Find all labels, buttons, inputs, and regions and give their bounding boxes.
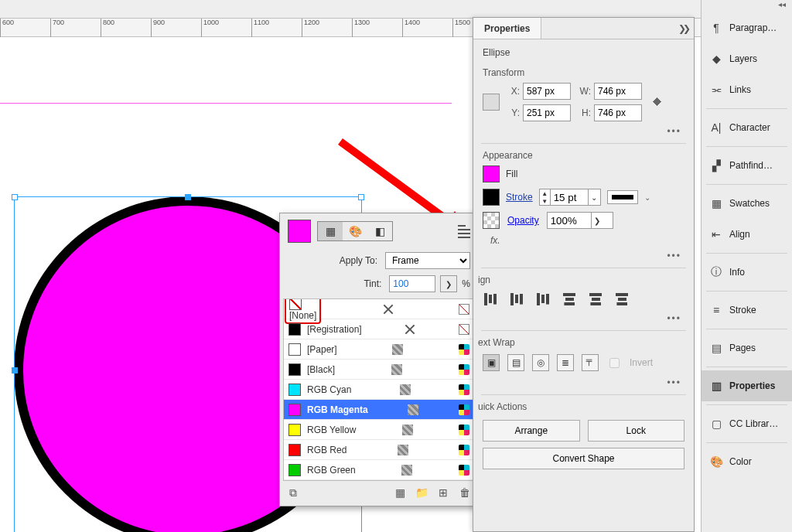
convert-shape-button[interactable]: Convert Shape bbox=[483, 448, 684, 469]
dock-item-swatches[interactable]: ▦Swatches bbox=[702, 188, 792, 219]
swatch-type-icon bbox=[402, 425, 413, 435]
wrap-around-box-icon[interactable]: ▤ bbox=[507, 354, 524, 371]
collapse-panel-icon[interactable]: ❯❯ bbox=[678, 23, 688, 34]
stroke-style-dropdown[interactable] bbox=[607, 190, 638, 204]
opacity-input[interactable]: ❯ bbox=[547, 212, 613, 229]
swatch-type-icon bbox=[398, 445, 408, 455]
dock-item-pathfind[interactable]: ▞Pathfind… bbox=[702, 150, 792, 181]
y-input[interactable] bbox=[523, 104, 571, 121]
arrange-button[interactable]: Arrange bbox=[483, 420, 580, 442]
chevron-down-icon[interactable]: ⌄ bbox=[588, 189, 600, 205]
palette-mode-icon[interactable]: 🎨 bbox=[343, 222, 367, 240]
stroke-weight-stepper[interactable]: ▲▼ ⌄ bbox=[539, 189, 601, 206]
swatch-chip bbox=[288, 343, 301, 356]
swatch-grid-view-icon[interactable]: ▦ bbox=[393, 486, 407, 500]
object-type-label: Ellipse bbox=[473, 39, 694, 61]
stroke-swatch[interactable] bbox=[483, 189, 500, 206]
swatch-item-paper[interactable]: [Paper] bbox=[284, 339, 474, 360]
align-top-icon[interactable] bbox=[562, 292, 577, 307]
grid-mode-icon[interactable]: ▦ bbox=[318, 222, 343, 240]
more-options-icon[interactable]: ••• bbox=[473, 312, 694, 330]
more-options-icon[interactable]: ••• bbox=[473, 249, 694, 268]
dock-item-label: CC Librar… bbox=[729, 418, 778, 429]
swatch-chip bbox=[288, 464, 301, 476]
align-bottom-icon[interactable] bbox=[614, 292, 630, 307]
swatch-label: [Black] bbox=[307, 364, 335, 375]
dock-item-stroke[interactable]: ≡Stroke bbox=[702, 295, 792, 326]
stroke-label-link[interactable]: Stroke bbox=[506, 192, 533, 203]
swatch-item-magenta[interactable]: RGB Magenta bbox=[284, 400, 474, 420]
reference-point-grid[interactable] bbox=[483, 94, 500, 111]
dock-item-links[interactable]: ⫘Links bbox=[702, 74, 792, 105]
folder-icon[interactable]: 📁 bbox=[415, 486, 428, 500]
dock-item-align[interactable]: ⇤Align bbox=[702, 219, 792, 250]
wrap-around-shape-icon[interactable]: ◎ bbox=[532, 354, 549, 371]
swatch-chip bbox=[288, 323, 301, 336]
new-swatch-from-icon[interactable]: ⧉ bbox=[286, 486, 300, 500]
wrap-jump-column-icon[interactable]: 〒 bbox=[582, 354, 599, 371]
gradient-mode-icon[interactable]: ◧ bbox=[367, 222, 392, 240]
panel-icon: ¶ bbox=[709, 21, 723, 35]
tint-stepper-icon[interactable]: ❯ bbox=[440, 275, 457, 292]
swatch-item-none[interactable]: [None] bbox=[284, 299, 474, 319]
align-vcenter-icon[interactable] bbox=[588, 292, 603, 307]
dock-collapse-icon[interactable]: ◂◂ bbox=[702, 0, 792, 12]
apply-to-select[interactable]: Frame bbox=[385, 252, 470, 269]
swatch-item-red[interactable]: RGB Red bbox=[284, 440, 474, 460]
new-swatch-icon[interactable]: ⊞ bbox=[436, 486, 450, 500]
dock-item-layers[interactable]: ◆Layers bbox=[702, 43, 792, 74]
align-hcenter-icon[interactable] bbox=[509, 292, 524, 307]
w-input[interactable] bbox=[594, 83, 642, 100]
color-mode-icon bbox=[459, 404, 469, 415]
swatch-list[interactable]: [None][Registration][Paper][Black]RGB Cy… bbox=[283, 298, 475, 481]
trash-icon[interactable]: 🗑 bbox=[458, 486, 472, 500]
swatch-item-cyan[interactable]: RGB Cyan bbox=[284, 380, 474, 400]
dock-item-label: Character bbox=[729, 122, 770, 133]
swatch-item-yellow[interactable]: RGB Yellow bbox=[284, 420, 474, 440]
more-options-icon[interactable]: ••• bbox=[473, 124, 694, 143]
fx-label[interactable]: fx. bbox=[490, 235, 500, 246]
swatches-popup[interactable]: ▦ 🎨 ◧ Apply To: Frame Tint: ❯ % [None][R… bbox=[279, 213, 479, 506]
align-left-icon[interactable] bbox=[483, 292, 498, 307]
not-editable-icon bbox=[405, 324, 415, 335]
panel-menu-icon[interactable] bbox=[458, 225, 470, 238]
fill-swatch[interactable] bbox=[483, 165, 500, 182]
tint-input[interactable] bbox=[389, 275, 435, 292]
opacity-label-link[interactable]: Opacity bbox=[507, 215, 539, 226]
panel-icon: ⇤ bbox=[709, 227, 723, 241]
properties-panel: Properties ❯❯ Ellipse Transform X: Y: W:… bbox=[473, 17, 695, 532]
swatch-view-mode[interactable]: ▦ 🎨 ◧ bbox=[317, 221, 393, 241]
dock-item-color[interactable]: 🎨Color bbox=[702, 446, 792, 477]
lock-button[interactable]: Lock bbox=[588, 420, 685, 442]
x-input[interactable] bbox=[523, 83, 571, 100]
dock-item-cclibrar[interactable]: ▢CC Librar… bbox=[702, 408, 792, 439]
panel-icon: ▞ bbox=[709, 159, 723, 172]
swatch-item-green[interactable]: RGB Green bbox=[284, 460, 474, 480]
swatch-label: [Registration] bbox=[307, 324, 362, 335]
swatch-type-icon bbox=[401, 465, 412, 476]
constrain-proportions-icon[interactable]: ⯁ bbox=[651, 95, 664, 109]
align-right-icon[interactable] bbox=[535, 292, 551, 307]
ruler-tick: 600 bbox=[0, 19, 14, 37]
wrap-jump-icon[interactable]: ≣ bbox=[557, 354, 574, 371]
opacity-swatch[interactable] bbox=[483, 212, 500, 229]
dock-item-properties[interactable]: ▥Properties bbox=[702, 370, 792, 401]
h-input[interactable] bbox=[594, 104, 642, 121]
more-options-icon[interactable]: ••• bbox=[473, 376, 694, 394]
wrap-none-icon[interactable]: ▣ bbox=[483, 354, 500, 371]
dock-item-label: Stroke bbox=[729, 305, 756, 315]
swatch-chip bbox=[288, 424, 301, 436]
swatch-label: RGB Magenta bbox=[307, 404, 368, 415]
dock-item-paragrap[interactable]: ¶Paragrap… bbox=[702, 12, 792, 43]
dock-item-pages[interactable]: ▤Pages bbox=[702, 332, 792, 363]
properties-tab[interactable]: Properties bbox=[473, 18, 541, 39]
dock-item-info[interactable]: ⓘInfo bbox=[702, 257, 792, 288]
tint-label: Tint: bbox=[288, 278, 381, 289]
swatch-chip bbox=[288, 384, 301, 396]
swatch-item-black[interactable]: [Black] bbox=[284, 360, 474, 380]
apply-to-label: Apply To: bbox=[288, 255, 377, 266]
chevron-down-icon[interactable]: ⌄ bbox=[644, 193, 650, 202]
panel-icon: ⫘ bbox=[709, 83, 723, 97]
current-fill-chip[interactable] bbox=[288, 220, 311, 243]
dock-item-character[interactable]: A|Character bbox=[702, 112, 792, 143]
